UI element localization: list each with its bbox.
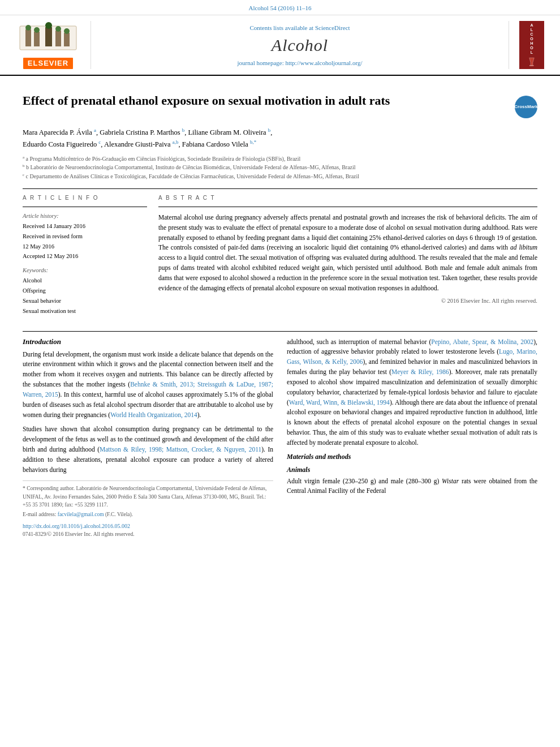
article-info-col: A R T I C L E I N F O Article history: R… (23, 195, 147, 322)
email-footnote: E-mail address: facvilela@gmail.com (F.C… (23, 510, 273, 518)
history-label: Article history: (23, 213, 147, 219)
svg-rect-5 (64, 33, 70, 46)
copyright-line: © 2016 Elsevier Inc. All rights reserved… (158, 298, 537, 304)
alcohol-badge: ALCOHOL (530, 23, 534, 55)
authors-line: Mara Aparecida P. Ávila a, Gabriela Cris… (23, 126, 537, 150)
abstract-col: A B S T R A C T Maternal alcohol use dur… (158, 195, 537, 322)
journal-name: Alcohol (272, 36, 328, 55)
introduction-heading: Introduction (23, 337, 273, 346)
svg-point-9 (55, 26, 61, 32)
top-bar: Alcohol 54 (2016) 11–16 (0, 0, 560, 15)
crossmark-container: CrossMark (515, 96, 537, 118)
corresponding-footnote: * Corresponding author. Laboratório de N… (23, 484, 273, 509)
intro-paragraph-1: During fetal development, the organism m… (23, 350, 273, 420)
article-history: Article history: Received 14 January 201… (23, 213, 147, 261)
keywords-block: Keywords: Alcohol Offspring Sexual behav… (23, 267, 147, 316)
sciencedirect-line: Contents lists available at ScienceDirec… (249, 24, 350, 31)
main-content: Effect of prenatal ethanol exposure on s… (0, 76, 560, 550)
history-dates: Received 14 January 2016 Received in rev… (23, 221, 147, 261)
keywords-label: Keywords: (23, 267, 147, 273)
svg-rect-3 (45, 27, 52, 46)
svg-rect-4 (55, 31, 61, 46)
issn-line: 0741-8329/© 2016 Elsevier Inc. All right… (23, 530, 273, 538)
article-title: Effect of prenatal ethanol exposure on s… (23, 93, 509, 114)
svg-rect-11 (529, 66, 533, 66)
doi-link[interactable]: http://dx.doi.org/10.1016/j.alcohol.2016… (23, 522, 273, 530)
article-info-label: A R T I C L E I N F O (23, 195, 147, 201)
svg-rect-2 (34, 32, 40, 46)
affiliations: a a Programa Multicêntrico de Pós-Gradua… (23, 154, 537, 181)
abstract-label: A B S T R A C T (158, 195, 537, 201)
journal-logo-right: ALCOHOL (515, 21, 549, 69)
svg-point-7 (34, 27, 40, 33)
footnote-section: * Corresponding author. Laboratório de N… (23, 480, 273, 538)
journal-volume: Alcohol 54 (2016) 11–16 (248, 5, 311, 11)
body-left-col: Introduction During fetal development, t… (23, 337, 273, 539)
elsevier-text: ELSEVIER (28, 59, 68, 67)
body-section: Introduction During fetal development, t… (23, 337, 537, 539)
body-right-col: adulthood, such as interruption of mater… (287, 337, 537, 539)
materials-heading: Materials and methods (287, 453, 537, 461)
elsevier-tree-icon (17, 22, 79, 55)
abstract-text: Maternal alcohol use during pregnancy ad… (158, 213, 537, 294)
alcohol-glass-icon (524, 57, 540, 67)
elsevier-logo-container: ELSEVIER (11, 21, 85, 69)
right-paragraph-1: adulthood, such as interruption of mater… (287, 337, 537, 448)
journal-header: ELSEVIER Contents lists available at Sci… (0, 15, 560, 76)
svg-rect-1 (25, 29, 31, 46)
journal-center: Contents lists available at ScienceDirec… (91, 21, 509, 69)
journal-homepage: journal homepage: http://www.alcoholjour… (238, 59, 363, 66)
svg-point-8 (45, 22, 52, 29)
info-abstract-section: A R T I C L E I N F O Article history: R… (23, 195, 537, 322)
animals-paragraph-1: Adult virgin female (230–250 g) and male… (287, 476, 537, 497)
animals-heading: Animals (287, 466, 537, 474)
svg-point-10 (64, 28, 70, 34)
keywords-list: Alcohol Offspring Sexual behavior Sexual… (23, 276, 147, 316)
intro-paragraph-2: Studies have shown that alcohol consumpt… (23, 424, 273, 475)
crossmark-badge: CrossMark (515, 96, 537, 118)
svg-point-6 (25, 25, 31, 31)
